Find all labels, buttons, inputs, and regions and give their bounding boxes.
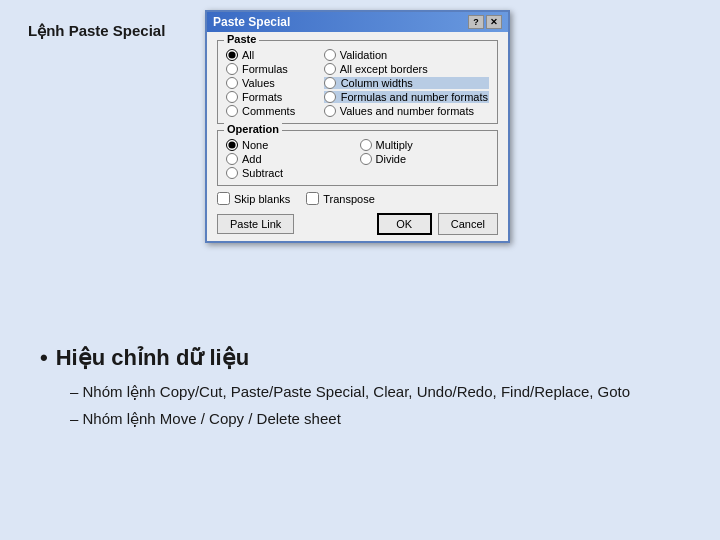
paste-option-column-widths[interactable]: Column widths [324, 77, 489, 89]
bullet-main: • Hiệu chỉnh dữ liệu [40, 345, 680, 371]
transpose-item[interactable]: Transpose [306, 192, 375, 205]
radio-none[interactable] [226, 139, 238, 151]
paste-option-all-except-borders[interactable]: All except borders [324, 63, 489, 75]
bullet-dot: • [40, 345, 48, 371]
paste-column-widths-label: Column widths [340, 77, 414, 89]
op-none-label: None [242, 139, 268, 151]
paste-option-formulas[interactable]: Formulas [226, 63, 320, 75]
dialog-buttons: Paste Link OK Cancel [217, 213, 498, 235]
paste-option-comments[interactable]: Comments [226, 105, 320, 117]
ok-cancel-group: OK Cancel [377, 213, 498, 235]
op-add[interactable]: Add [226, 153, 356, 165]
paste-link-button[interactable]: Paste Link [217, 214, 294, 234]
op-subtract-label: Subtract [242, 167, 283, 179]
radio-add[interactable] [226, 153, 238, 165]
dialog-title: Paste Special [213, 15, 290, 29]
paste-option-formulas-number-formats[interactable]: Formulas and number formats [324, 91, 489, 103]
op-add-label: Add [242, 153, 262, 165]
paste-option-values[interactable]: Values [226, 77, 320, 89]
radio-formats[interactable] [226, 91, 238, 103]
op-divide[interactable]: Divide [360, 153, 490, 165]
radio-column-widths[interactable] [324, 77, 336, 89]
paste-all-except-label: All except borders [340, 63, 428, 75]
paste-comments-label: Comments [242, 105, 295, 117]
paste-special-dialog: Paste Special ? ✕ Paste All [205, 10, 510, 243]
radio-values[interactable] [226, 77, 238, 89]
op-none[interactable]: None [226, 139, 356, 151]
bullet-main-text: Hiệu chỉnh dữ liệu [56, 345, 249, 371]
paste-group-label: Paste [224, 33, 259, 45]
paste-values-number-label: Values and number formats [340, 105, 474, 117]
op-subtract[interactable]: Subtract [226, 167, 356, 179]
content-area: • Hiệu chỉnh dữ liệu – Nhóm lệnh Copy/Cu… [20, 335, 700, 520]
operation-group-label: Operation [224, 123, 282, 135]
dialog-titlebar: Paste Special ? ✕ [207, 12, 508, 32]
slide-title: Lệnh Paste Special [28, 22, 165, 40]
paste-option-all[interactable]: All [226, 49, 320, 61]
transpose-checkbox[interactable] [306, 192, 319, 205]
help-button[interactable]: ? [468, 15, 484, 29]
cancel-button[interactable]: Cancel [438, 213, 498, 235]
dialog-body: Paste All Validation Formulas [207, 32, 508, 241]
paste-option-formats[interactable]: Formats [226, 91, 320, 103]
op-divide-label: Divide [376, 153, 407, 165]
bullet-sub-2: – Nhóm lệnh Move / Copy / Delete sheet [70, 408, 680, 429]
paste-all-label: All [242, 49, 254, 61]
op-multiply-label: Multiply [376, 139, 413, 151]
operation-options-grid: None Multiply Add Divide [226, 139, 489, 179]
radio-all[interactable] [226, 49, 238, 61]
slide: Lệnh Paste Special Paste Special ? ✕ Pas… [0, 0, 720, 540]
ok-button[interactable]: OK [377, 213, 432, 235]
radio-validation[interactable] [324, 49, 336, 61]
paste-formulas-number-label: Formulas and number formats [340, 91, 489, 103]
paste-validation-label: Validation [340, 49, 388, 61]
radio-multiply[interactable] [360, 139, 372, 151]
radio-divide[interactable] [360, 153, 372, 165]
paste-options-grid: All Validation Formulas All except borde… [226, 49, 489, 117]
op-multiply[interactable]: Multiply [360, 139, 490, 151]
radio-values-number[interactable] [324, 105, 336, 117]
radio-all-except-borders[interactable] [324, 63, 336, 75]
skip-blanks-checkbox[interactable] [217, 192, 230, 205]
radio-comments[interactable] [226, 105, 238, 117]
radio-formulas[interactable] [226, 63, 238, 75]
paste-formulas-label: Formulas [242, 63, 288, 75]
paste-formats-label: Formats [242, 91, 282, 103]
close-button[interactable]: ✕ [486, 15, 502, 29]
paste-option-values-number-formats[interactable]: Values and number formats [324, 105, 489, 117]
paste-option-validation[interactable]: Validation [324, 49, 489, 61]
radio-subtract[interactable] [226, 167, 238, 179]
skip-blanks-label: Skip blanks [234, 193, 290, 205]
skip-blanks-item[interactable]: Skip blanks [217, 192, 290, 205]
paste-values-label: Values [242, 77, 275, 89]
checkbox-row: Skip blanks Transpose [217, 192, 498, 205]
operation-group: Operation None Multiply Add [217, 130, 498, 186]
transpose-label: Transpose [323, 193, 375, 205]
radio-formulas-number[interactable] [324, 91, 336, 103]
bullet-sub-1: – Nhóm lệnh Copy/Cut, Paste/Paste Specia… [70, 381, 680, 402]
titlebar-buttons: ? ✕ [468, 15, 502, 29]
paste-group: Paste All Validation Formulas [217, 40, 498, 124]
